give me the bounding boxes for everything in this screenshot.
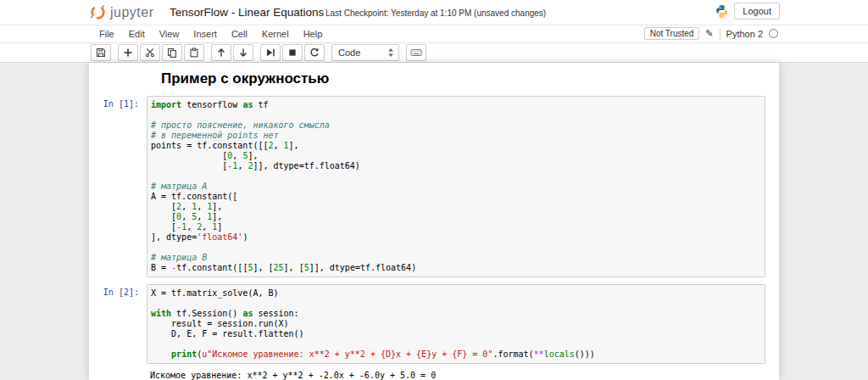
logout-button[interactable]: Logout	[734, 3, 780, 20]
menu-item-edit[interactable]: Edit	[129, 29, 145, 39]
toolbar: Code	[0, 43, 868, 63]
move-cell-up-button[interactable]	[211, 44, 231, 61]
save-button[interactable]	[91, 44, 111, 61]
interrupt-kernel-button[interactable]	[282, 44, 303, 61]
save-icon	[96, 48, 106, 58]
divider	[720, 28, 721, 40]
restart-kernel-button[interactable]	[304, 44, 325, 61]
header: jupyter TensorFlow - Linear Equations La…	[0, 0, 868, 25]
paste-icon	[189, 48, 199, 58]
code-editor[interactable]: X = tf.matrix_solve(A, B) with tf.Sessio…	[147, 284, 765, 364]
code-cell-2: In [2]:X = tf.matrix_solve(A, B) with tf…	[89, 284, 779, 364]
add-cell-button[interactable]	[118, 44, 138, 61]
arrow-up-icon	[216, 48, 226, 58]
cell-type-select[interactable]: Code	[331, 44, 399, 61]
not-trusted-badge[interactable]: Not Trusted	[644, 27, 700, 40]
command-palette-button[interactable]	[406, 44, 426, 61]
menu-item-view[interactable]: View	[159, 29, 180, 39]
restart-icon	[309, 48, 320, 58]
cut-cells-button[interactable]	[140, 44, 160, 61]
edit-title-pencil-icon[interactable]: ✎	[705, 28, 713, 39]
output-text: Искомое уравнение: x**2 + y**2 + -2.0x +…	[147, 368, 765, 380]
run-cell-button[interactable]	[260, 44, 281, 61]
code-editor[interactable]: import tensorflow as tf # просто пояснен…	[147, 96, 765, 277]
cells: In [1]:import tensorflow as tf # просто …	[89, 96, 779, 364]
jupyter-logo-text: jupyter	[110, 5, 154, 20]
input-prompt: In [2]:	[89, 284, 147, 364]
arrow-down-icon	[238, 48, 248, 58]
output-area: Искомое уравнение: x**2 + y**2 + -2.0x +…	[89, 368, 779, 380]
kernel-name[interactable]: Python 2	[726, 29, 763, 39]
paste-cells-button[interactable]	[184, 44, 204, 61]
code-cell-1: In [1]:import tensorflow as tf # просто …	[89, 96, 779, 277]
python-logo-icon	[715, 4, 729, 19]
copy-cells-button[interactable]	[162, 44, 182, 61]
markdown-heading[interactable]: Пример с окружностью	[161, 68, 765, 89]
menu-item-cell[interactable]: Cell	[231, 29, 248, 39]
stop-icon	[287, 48, 298, 58]
notebook-title[interactable]: TensorFlow - Linear Equations	[170, 6, 324, 19]
kernel-status-icon	[769, 29, 778, 38]
run-icon	[265, 48, 275, 58]
menu-item-file[interactable]: File	[99, 29, 114, 39]
cell-type-value: Code	[338, 48, 360, 58]
checkpoint-status: Last Checkpoint: Yesterday at 1:10 PM (u…	[326, 8, 546, 18]
plus-icon	[123, 48, 133, 58]
menu-item-help[interactable]: Help	[303, 29, 323, 39]
jupyter-logo[interactable]: jupyter	[89, 3, 154, 21]
move-cell-down-button[interactable]	[233, 44, 253, 61]
notebook-container: Пример с окружностью In [1]:import tenso…	[89, 63, 779, 380]
copy-icon	[167, 48, 177, 58]
menu-item-insert[interactable]: Insert	[193, 29, 217, 39]
menubar: FileEditViewInsertCellKernelHelp Not Tru…	[0, 25, 868, 43]
keyboard-icon	[410, 48, 422, 58]
notebook-area: Пример с окружностью In [1]:import tenso…	[0, 63, 868, 380]
input-prompt: In [1]:	[89, 96, 147, 277]
scissors-icon	[145, 48, 155, 58]
output-prompt	[89, 368, 147, 380]
jupyter-logo-icon	[89, 3, 107, 21]
menu-item-kernel[interactable]: Kernel	[262, 29, 289, 39]
select-arrows-icon	[387, 48, 394, 58]
